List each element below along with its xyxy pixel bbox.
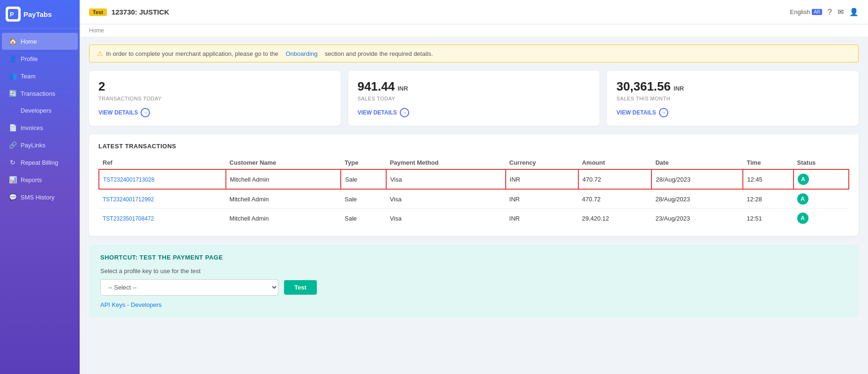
breadcrumb: Home (80, 24, 868, 37)
sidebar-nav: 🏠 Home 👤 Profile 👥 Team 🔄 Transactions D… (0, 29, 80, 210)
stat-link-0[interactable]: VIEW DETAILS → (98, 108, 331, 117)
sidebar-item-developers[interactable]: Developers (2, 102, 78, 119)
cell-status-1: A (793, 189, 849, 209)
api-link-container: API Keys - Developers (100, 301, 847, 308)
cell-method-0: Visa (386, 169, 506, 189)
stat-link-2[interactable]: VIEW DETAILS → (616, 108, 849, 117)
stat-value-2: 30,361.56INR (616, 79, 849, 94)
sidebar-item-repeat-billing[interactable]: ↻ Repeat Billing (2, 154, 78, 171)
table-row-0: TST2324001713028 Mitchell Admin Sale Vis… (99, 169, 849, 189)
stat-link-icon-1: → (400, 108, 409, 117)
sidebar-label-paylinks: PayLinks (21, 142, 45, 149)
cell-customer-0: Mitchell Admin (226, 169, 341, 189)
help-icon[interactable]: ? (828, 8, 832, 16)
cell-date-2: 23/Aug/2023 (651, 209, 743, 228)
cell-currency-1: INR (506, 189, 578, 209)
stat-card-2: 30,361.56INR SALES THIS MONTH VIEW DETAI… (607, 71, 859, 126)
col-ref: Ref (99, 156, 226, 169)
reports-icon: 📊 (8, 176, 17, 183)
cell-date-1: 28/Aug/2023 (651, 189, 743, 209)
sidebar-item-home[interactable]: 🏠 Home (2, 33, 78, 50)
cell-time-2: 12:51 (743, 209, 793, 228)
ref-link-1[interactable]: TST2324001712992 (103, 196, 154, 203)
cell-amount-1: 470.72 (578, 189, 652, 209)
cell-ref-1: TST2324001712992 (99, 189, 226, 209)
cell-time-0: 12:45 (743, 169, 793, 189)
col-status: Status (793, 156, 849, 169)
cell-ref-2: TST2323501708472 (99, 209, 226, 228)
cell-amount-2: 29,420.12 (578, 209, 652, 228)
shortcut-card: SHORTCUT: TEST THE PAYMENT PAGE Select a… (89, 244, 859, 318)
ref-link-2[interactable]: TST2323501708472 (103, 215, 154, 222)
stat-link-text-0: VIEW DETAILS (98, 109, 138, 116)
sidebar-logo-text: PayTabs (23, 10, 52, 18)
sidebar-label-repeat-billing: Repeat Billing (21, 159, 58, 166)
onboarding-link[interactable]: Onboarding (285, 50, 317, 57)
table-row-2: TST2323501708472 Mitchell Admin Sale Vis… (99, 209, 849, 228)
stat-link-1[interactable]: VIEW DETAILS → (358, 108, 591, 117)
sidebar-item-reports[interactable]: 📊 Reports (2, 171, 78, 188)
language-selector[interactable]: English AR (790, 8, 823, 15)
shortcut-label: Select a profile key to use for the test (100, 267, 847, 275)
cell-customer-1: Mitchell Admin (226, 189, 341, 209)
sidebar-item-transactions[interactable]: 🔄 Transactions (2, 85, 78, 102)
test-payment-button[interactable]: Test (284, 280, 317, 295)
stat-currency-1: INR (397, 85, 408, 92)
sms-history-icon: 💬 (8, 193, 17, 201)
stat-label-2: SALES THIS MONTH (616, 96, 849, 101)
cell-method-2: Visa (386, 209, 506, 228)
latest-transactions-card: LATEST TRANSACTIONS RefCustomer NameType… (89, 134, 859, 236)
sidebar-item-sms-history[interactable]: 💬 SMS History (2, 189, 78, 206)
stat-currency-2: INR (673, 85, 684, 92)
stat-label-0: TRANSACTIONS TODAY (98, 96, 331, 101)
cell-method-1: Visa (386, 189, 506, 209)
col-customer-name: Customer Name (226, 156, 341, 169)
status-badge-1: A (797, 193, 808, 205)
repeat-billing-icon: ↻ (8, 159, 17, 166)
sidebar-label-reports: Reports (21, 176, 42, 183)
sidebar-label-invoices: Invoices (21, 124, 43, 131)
lang-text: English (790, 8, 810, 15)
sidebar-label-sms-history: SMS History (21, 194, 54, 201)
ref-link-0[interactable]: TST2324001713028 (103, 176, 154, 183)
test-badge: Test (89, 8, 107, 16)
col-date: Date (651, 156, 743, 169)
sidebar-label-profile: Profile (21, 55, 38, 62)
api-keys-link[interactable]: API Keys - Developers (100, 301, 162, 308)
lang-flag: AR (812, 9, 822, 15)
mail-icon[interactable]: ✉ (838, 8, 844, 16)
sidebar-item-paylinks[interactable]: 🔗 PayLinks (2, 137, 78, 153)
cell-status-0: A (793, 169, 849, 189)
cell-type-2: Sale (341, 209, 386, 228)
cell-time-1: 12:28 (743, 189, 793, 209)
cell-type-0: Sale (341, 169, 386, 189)
col-amount: Amount (578, 156, 652, 169)
sidebar-label-home: Home (21, 38, 37, 45)
stat-link-icon-2: → (659, 108, 668, 117)
cell-date-0: 28/Aug/2023 (651, 169, 743, 189)
topbar-title: 123730: JUSTICK (112, 8, 169, 16)
stat-card-1: 941.44INR SALES TODAY VIEW DETAILS → (348, 71, 600, 126)
cell-ref-0: TST2324001713028 (99, 169, 226, 189)
home-icon: 🏠 (8, 38, 17, 45)
stat-value-1: 941.44INR (358, 79, 591, 94)
status-badge-0: A (798, 174, 809, 185)
profile-icon: 👤 (8, 55, 17, 62)
paytabs-logo-icon: P (6, 7, 21, 22)
sidebar-item-team[interactable]: 👥 Team (2, 68, 78, 84)
stat-label-1: SALES TODAY (358, 96, 591, 101)
cell-currency-0: INR (506, 169, 578, 189)
cell-customer-2: Mitchell Admin (226, 209, 341, 228)
topbar-right: English AR ? ✉ 👤 (790, 8, 859, 16)
topbar: Test 123730: JUSTICK English AR ? ✉ 👤 (80, 0, 868, 24)
stat-link-text-2: VIEW DETAILS (616, 109, 656, 116)
user-icon[interactable]: 👤 (849, 8, 859, 16)
status-badge-2: A (797, 213, 808, 224)
col-time: Time (743, 156, 793, 169)
team-icon: 👥 (8, 72, 17, 80)
sidebar-item-profile[interactable]: 👤 Profile (2, 50, 78, 67)
stat-value-0: 2 (98, 79, 331, 94)
profile-key-select[interactable]: -- Select -- (100, 279, 278, 296)
cell-amount-0: 470.72 (578, 169, 652, 189)
sidebar-item-invoices[interactable]: 📄 Invoices (2, 119, 78, 136)
